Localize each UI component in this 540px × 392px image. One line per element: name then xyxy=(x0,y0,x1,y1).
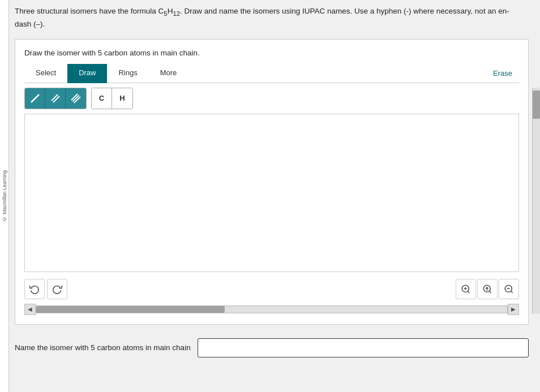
toolbar: Select Draw Rings More Erase xyxy=(24,64,519,83)
bond-tool-group xyxy=(24,88,87,109)
redo-button[interactable] xyxy=(47,279,67,299)
triple-bond-icon xyxy=(71,93,81,104)
single-bond-icon xyxy=(30,93,40,104)
question-title: Draw the isomer with 5 carbon atoms in m… xyxy=(24,49,519,57)
carbon-button[interactable]: C xyxy=(92,88,112,109)
scroll-right-arrow[interactable]: ▶ xyxy=(508,304,519,315)
zoom-controls xyxy=(456,279,519,299)
scroll-track[interactable] xyxy=(36,305,508,313)
draw-button[interactable]: Draw xyxy=(67,64,107,83)
svg-line-7 xyxy=(468,291,469,292)
zoom-reset-button[interactable] xyxy=(477,279,498,299)
side-label: © Macmillan Learning xyxy=(0,0,9,392)
scroll-thumb xyxy=(36,306,225,313)
horizontal-scrollbar[interactable]: ◀ ▶ xyxy=(24,304,519,315)
more-button[interactable]: More xyxy=(149,64,188,83)
vertical-scrollbar[interactable] xyxy=(532,88,540,314)
zoom-reset-icon xyxy=(482,284,492,294)
name-input[interactable] xyxy=(198,338,529,357)
drawing-canvas[interactable] xyxy=(24,114,519,272)
question-box: Draw the isomer with 5 carbon atoms in m… xyxy=(15,39,529,325)
double-bond-icon xyxy=(50,93,61,104)
undo-redo-group xyxy=(24,279,67,299)
v-scroll-thumb xyxy=(533,91,540,119)
triple-bond-button[interactable] xyxy=(66,88,86,109)
draw-tools-row: C H xyxy=(24,88,519,109)
undo-button[interactable] xyxy=(24,279,45,299)
svg-line-0 xyxy=(31,94,39,102)
instructions: Three structural isomers have the formul… xyxy=(15,6,524,30)
select-button[interactable]: Select xyxy=(24,64,67,83)
svg-line-14 xyxy=(511,291,512,292)
rings-button[interactable]: Rings xyxy=(107,64,148,83)
erase-button[interactable]: Erase xyxy=(486,64,519,82)
scroll-left-arrow[interactable]: ◀ xyxy=(24,304,36,315)
single-bond-button[interactable] xyxy=(25,88,45,109)
zoom-in-icon xyxy=(461,284,471,294)
undo-icon xyxy=(29,284,40,294)
name-input-row: Name the isomer with 5 carbon atoms in m… xyxy=(15,338,529,357)
zoom-out-icon xyxy=(504,284,514,294)
hydrogen-button[interactable]: H xyxy=(112,88,132,109)
zoom-out-button[interactable] xyxy=(499,279,519,299)
svg-line-1 xyxy=(52,94,58,101)
svg-line-2 xyxy=(53,96,59,102)
atom-tool-group: C H xyxy=(91,88,133,109)
bottom-controls xyxy=(24,277,519,301)
redo-icon xyxy=(52,284,62,294)
double-bond-button[interactable] xyxy=(45,88,66,109)
svg-line-11 xyxy=(489,291,491,292)
zoom-in-button[interactable] xyxy=(456,279,476,299)
name-label: Name the isomer with 5 carbon atoms in m… xyxy=(15,343,191,352)
